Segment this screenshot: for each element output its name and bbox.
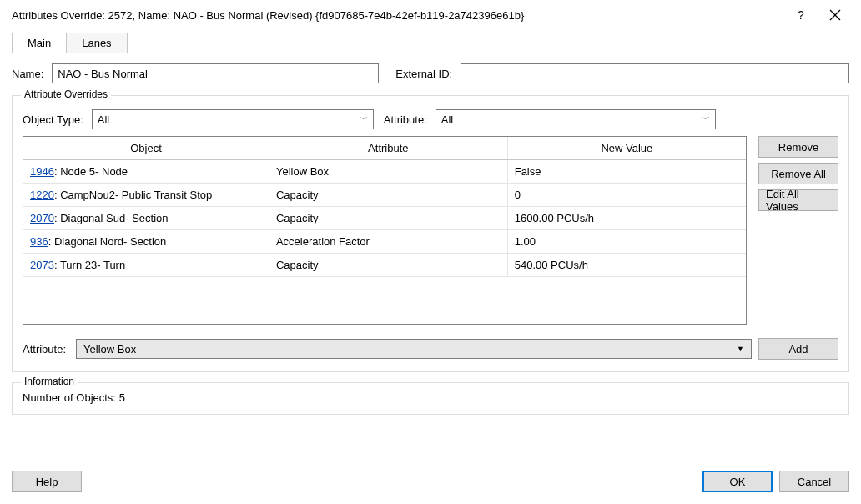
object-id-link[interactable]: 936 [30, 235, 48, 248]
attribute-filter-value: All [441, 113, 453, 126]
col-object[interactable]: Object [23, 137, 269, 160]
cell-object: 2070: Diagonal Sud- Section [23, 207, 269, 230]
object-id-link[interactable]: 1946 [30, 165, 54, 178]
dialog-window: Attributes Override: 2572, Name: NAO - B… [0, 0, 861, 504]
object-desc: : Turn 23- Turn [54, 259, 125, 271]
name-input[interactable] [52, 63, 379, 83]
num-objects-value: 5 [119, 391, 125, 404]
remove-all-button[interactable]: Remove All [758, 163, 838, 184]
window-title: Attributes Override: 2572, Name: NAO - B… [12, 9, 793, 22]
information-legend: Information [21, 375, 78, 387]
cell-attribute: Capacity [269, 184, 507, 207]
table-row[interactable]: 1220: CampNou2- Public Transit StopCapac… [23, 184, 746, 207]
cell-object: 1946: Node 5- Node [23, 160, 269, 184]
cell-attribute: Yellow Box [269, 160, 507, 184]
remove-button[interactable]: Remove [758, 136, 838, 158]
information-group: Information Number of Objects: 5 [12, 382, 849, 415]
help-icon[interactable]: ? [793, 8, 809, 22]
ok-button[interactable]: OK [702, 471, 773, 492]
cell-new-value: 1600.00 PCUs/h [507, 207, 746, 230]
external-id-input[interactable] [461, 63, 849, 83]
table-region: Object Attribute New Value 1946: Node 5-… [23, 136, 838, 325]
attribute-select-combo[interactable]: Yellow Box ▼ [76, 339, 752, 359]
cancel-button[interactable]: Cancel [779, 471, 849, 492]
cell-object: 1220: CampNou2- Public Transit Stop [23, 184, 269, 207]
object-desc: : Diagonal Sud- Section [54, 212, 169, 224]
attribute-select-label: Attribute: [23, 343, 66, 355]
cell-new-value: 1.00 [507, 230, 746, 254]
table-row[interactable]: 2073: Turn 23- TurnCapacity540.00 PCUs/h [23, 254, 746, 277]
title-controls: ? [793, 8, 849, 22]
chevron-down-icon: ﹀ [702, 113, 710, 125]
object-type-label: Object Type: [23, 113, 83, 126]
filter-row: Object Type: All ﹀ Attribute: All ﹀ [23, 109, 838, 129]
cell-attribute: Capacity [269, 254, 507, 277]
attribute-filter-label: Attribute: [384, 113, 427, 126]
titlebar: Attributes Override: 2572, Name: NAO - B… [0, 0, 861, 27]
object-type-combo[interactable]: All ﹀ [92, 109, 374, 129]
cell-attribute: Acceleration Factor [269, 230, 507, 254]
side-buttons: Remove Remove All Edit All Values [758, 136, 838, 325]
object-id-link[interactable]: 2073 [30, 259, 54, 271]
col-attribute[interactable]: Attribute [269, 137, 507, 160]
cell-object: 2073: Turn 23- Turn [23, 254, 269, 277]
object-type-value: All [98, 113, 109, 126]
cell-new-value: 540.00 PCUs/h [507, 254, 746, 277]
overrides-table-wrap: Object Attribute New Value 1946: Node 5-… [23, 136, 747, 325]
name-row: Name: External ID: [12, 63, 849, 83]
number-of-objects: Number of Objects: 5 [23, 391, 838, 404]
tab-lanes[interactable]: Lanes [66, 33, 127, 53]
chevron-down-icon: ﹀ [360, 113, 368, 125]
tabs: Main Lanes [12, 32, 849, 53]
table-row[interactable]: 2070: Diagonal Sud- SectionCapacity1600.… [23, 207, 746, 230]
cell-new-value: False [507, 160, 746, 184]
object-desc: : Node 5- Node [54, 165, 128, 178]
footer: Help OK Cancel [0, 459, 861, 504]
table-row[interactable]: 936: Diagonal Nord- SectionAcceleration … [23, 230, 746, 254]
table-row[interactable]: 1946: Node 5- NodeYellow BoxFalse [23, 160, 746, 184]
table-header-row: Object Attribute New Value [23, 137, 746, 160]
add-button[interactable]: Add [758, 338, 838, 360]
edit-all-values-button[interactable]: Edit All Values [758, 189, 838, 211]
content-area: Main Lanes Name: External ID: Attribute … [0, 27, 861, 459]
caret-down-icon: ▼ [737, 345, 744, 353]
external-id-label: External ID: [395, 68, 452, 80]
object-desc: : CampNou2- Public Transit Stop [54, 189, 212, 201]
cell-object: 936: Diagonal Nord- Section [23, 230, 269, 254]
attribute-filter-combo[interactable]: All ﹀ [436, 109, 716, 129]
attribute-overrides-group: Attribute Overrides Object Type: All ﹀ A… [12, 95, 849, 372]
close-icon[interactable] [829, 9, 846, 21]
overrides-table: Object Attribute New Value 1946: Node 5-… [23, 137, 746, 277]
cell-new-value: 0 [507, 184, 746, 207]
attribute-select-row: Attribute: Yellow Box ▼ Add [23, 338, 838, 360]
attribute-select-value: Yellow Box [83, 343, 136, 355]
attribute-overrides-legend: Attribute Overrides [21, 88, 111, 100]
object-id-link[interactable]: 1220 [30, 189, 54, 201]
object-desc: : Diagonal Nord- Section [48, 235, 167, 248]
help-button[interactable]: Help [12, 471, 82, 492]
num-objects-label: Number of Objects: [23, 391, 116, 404]
name-label: Name: [12, 68, 43, 80]
col-new-value[interactable]: New Value [507, 137, 746, 160]
object-id-link[interactable]: 2070 [30, 212, 54, 224]
tab-main[interactable]: Main [12, 33, 67, 53]
cell-attribute: Capacity [269, 207, 507, 230]
